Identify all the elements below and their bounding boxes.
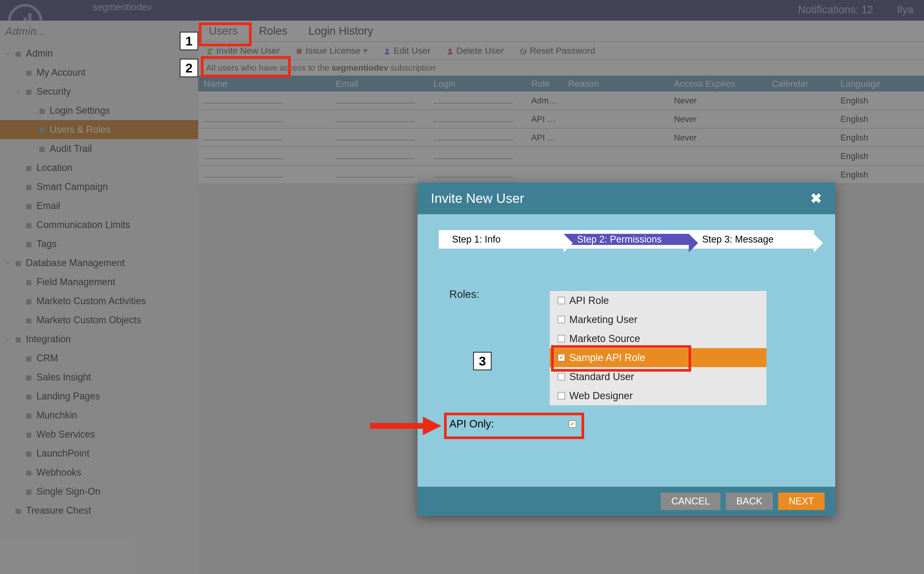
role-checkbox[interactable] (558, 335, 565, 342)
tab-login-history[interactable]: Login History (298, 25, 384, 37)
nav-item-marketo-custom-activities[interactable]: Marketo Custom Activities (0, 292, 198, 311)
license-icon (295, 47, 303, 54)
svg-rect-7 (26, 90, 31, 95)
cancel-button[interactable]: CANCEL (661, 492, 720, 510)
toolbar: Invite New User Issue License ▾ Edit Use… (198, 41, 924, 60)
nav-item-marketo-custom-objects[interactable]: Marketo Custom Objects (0, 311, 198, 330)
nav-item-label: Users & Roles (50, 124, 110, 135)
role-option-web-designer[interactable]: Web Designer (550, 386, 767, 405)
db-icon (14, 259, 22, 267)
svg-rect-19 (26, 318, 31, 323)
role-label: API Role (569, 295, 609, 306)
nav-item-label: Single Sign-On (36, 486, 101, 497)
bulb-icon (25, 183, 33, 191)
notifications-link[interactable]: Notifications: 12 (798, 4, 873, 16)
person-icon (25, 68, 33, 76)
nav-tree: −AdminMy Account−SecurityLogin SettingsU… (0, 42, 198, 520)
nav-item-munchkin[interactable]: Munchkin (0, 406, 198, 425)
svg-rect-2 (297, 49, 302, 54)
nav-item-communication-limits[interactable]: Communication Limits (0, 215, 198, 234)
col-name[interactable]: Name (198, 79, 330, 89)
nav-item-label: Web Services (36, 429, 95, 440)
col-role[interactable]: Role (526, 79, 563, 89)
wizard-step-2[interactable]: Step 2: Permissions (564, 234, 689, 245)
reset-password-button[interactable]: Reset Password (512, 46, 603, 56)
wizard-step-1[interactable]: Step 1: Info (439, 234, 564, 245)
back-button[interactable]: BACK (726, 492, 773, 510)
meter-icon (25, 221, 33, 229)
role-checkbox[interactable] (558, 316, 565, 323)
nav-item-launchpoint[interactable]: LaunchPoint (0, 444, 198, 463)
col-lang[interactable]: Language (835, 79, 915, 89)
nav-item-smart-campaign[interactable]: Smart Campaign (0, 177, 198, 196)
svg-rect-23 (26, 394, 31, 400)
nav-item-security[interactable]: −Security (0, 82, 198, 101)
nav-item-label: Audit Trail (50, 143, 92, 154)
nav-item-audit-trail[interactable]: Audit Trail (0, 139, 198, 158)
table-row[interactable]: API …NeverEnglish (198, 110, 924, 129)
admin-search-input[interactable]: Admin... (0, 20, 198, 42)
role-checkbox[interactable] (558, 373, 565, 380)
wizard-step-3[interactable]: Step 3: Message (689, 234, 814, 245)
nav-item-treasure-chest[interactable]: Treasure Chest (0, 501, 198, 520)
table-header: Name Email Login Role Reason Access Expi… (198, 76, 924, 91)
role-option-marketing-user[interactable]: Marketing User (550, 310, 767, 329)
next-button[interactable]: NEXT (778, 492, 825, 510)
nav-item-webhooks[interactable]: Webhooks (0, 463, 198, 482)
dialog-footer: CANCEL BACK NEXT (418, 487, 835, 516)
table-row[interactable]: English (198, 166, 924, 184)
nav-item-tags[interactable]: Tags (0, 234, 198, 254)
nav-item-location[interactable]: Location (0, 158, 198, 177)
nav-item-label: Admin (26, 48, 53, 59)
col-exp[interactable]: Access Expires (669, 79, 767, 89)
user-menu[interactable]: Ilya (897, 4, 913, 16)
invite-new-user-button[interactable]: Invite New User (198, 46, 288, 56)
nav-item-sales-insight[interactable]: Sales Insight (0, 368, 198, 387)
table-row[interactable]: API …NeverEnglish (198, 129, 924, 147)
col-email[interactable]: Email (330, 79, 428, 89)
svg-rect-25 (26, 432, 31, 438)
svg-rect-12 (26, 185, 31, 190)
nav-item-landing-pages[interactable]: Landing Pages (0, 387, 198, 406)
nav-item-single-sign-on[interactable]: Single Sign-On (0, 482, 198, 501)
nav-item-login-settings[interactable]: Login Settings (0, 101, 198, 120)
close-icon[interactable]: ✖ (810, 191, 822, 206)
role-checkbox[interactable] (558, 297, 565, 304)
col-login[interactable]: Login (428, 79, 526, 89)
redbox-api-only (444, 413, 584, 439)
nav-item-crm[interactable]: CRM (0, 348, 198, 368)
nav-item-users-roles[interactable]: Users & Roles (0, 120, 198, 139)
top-bar: segmentiodev Notifications: 12 Ilya (0, 0, 924, 20)
nav-item-web-services[interactable]: Web Services (0, 425, 198, 444)
col-cal[interactable]: Calendar (767, 79, 835, 89)
nav-item-label: Communication Limits (36, 219, 130, 230)
nav-item-my-account[interactable]: My Account (0, 63, 198, 82)
role-option-api-role[interactable]: API Role (550, 291, 767, 310)
nav-item-database-management[interactable]: −Database Management (0, 254, 198, 273)
issue-license-button[interactable]: Issue License ▾ (288, 45, 376, 56)
delete-user-icon (446, 47, 454, 54)
table-row[interactable]: Adm…NeverEnglish (198, 91, 924, 110)
issue-license-label: Issue License (305, 46, 360, 56)
nav-item-label: Treasure Chest (26, 505, 91, 516)
edit-user-button[interactable]: Edit User (376, 46, 438, 56)
globe-icon (25, 164, 33, 172)
edit-user-label: Edit User (394, 46, 431, 56)
tab-roles[interactable]: Roles (248, 25, 298, 37)
nav-item-integration[interactable]: −Integration (0, 330, 198, 348)
nav-item-email[interactable]: Email (0, 196, 198, 215)
col-reason[interactable]: Reason (563, 79, 669, 89)
nav-item-admin[interactable]: −Admin (0, 44, 198, 63)
arrow-icon (368, 413, 442, 439)
role-label: Marketo Source (569, 333, 640, 344)
role-checkbox[interactable] (558, 392, 565, 399)
nav-item-label: Integration (26, 334, 71, 345)
nav-item-label: Smart Campaign (36, 181, 108, 192)
role-label: Standard User (569, 371, 634, 383)
delete-user-button[interactable]: Delete User (438, 46, 512, 56)
nav-item-label: Security (36, 86, 71, 97)
svg-rect-8 (39, 109, 45, 114)
gear-icon (14, 49, 22, 57)
nav-item-field-management[interactable]: Field Management (0, 273, 198, 292)
table-row[interactable]: English (198, 147, 924, 166)
